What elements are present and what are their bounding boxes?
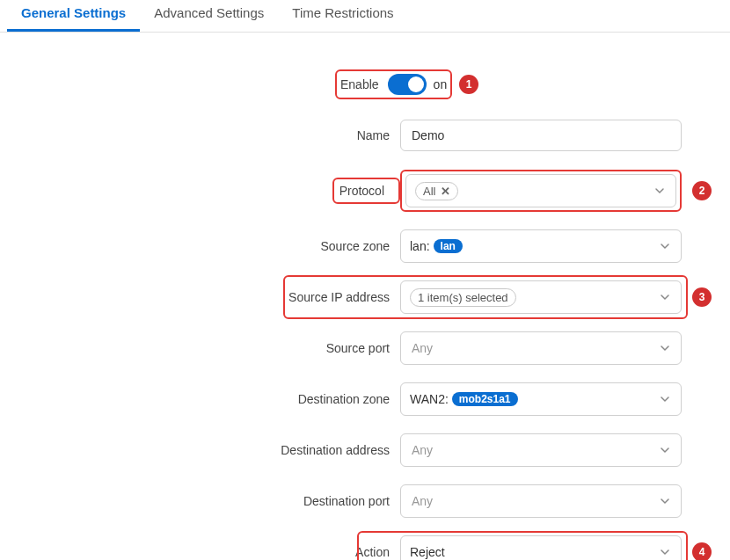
- dest-zone-prefix: WAN2:: [410, 392, 449, 406]
- chevron-down-icon: [654, 185, 665, 196]
- dest-port-placeholder: Any: [412, 494, 433, 508]
- source-ip-select[interactable]: 1 item(s) selected: [400, 280, 682, 314]
- close-icon[interactable]: ✕: [441, 185, 450, 198]
- annotation-badge-1: 1: [459, 75, 478, 94]
- chevron-down-icon: [660, 547, 670, 557]
- chevron-down-icon: [660, 343, 670, 353]
- chevron-down-icon: [660, 445, 670, 455]
- dest-zone-label: Destination zone: [0, 392, 400, 406]
- tab-general-settings[interactable]: General Settings: [7, 0, 140, 32]
- source-ip-chip-text: 1 item(s) selected: [418, 291, 508, 304]
- chevron-down-icon: [660, 394, 670, 404]
- enable-highlight: Enable on: [335, 69, 452, 99]
- source-zone-select[interactable]: lan: lan: [400, 229, 682, 263]
- dest-addr-label: Destination address: [0, 443, 400, 457]
- dest-port-select[interactable]: Any: [400, 484, 682, 518]
- source-port-label: Source port: [0, 341, 400, 355]
- tab-time-restrictions[interactable]: Time Restrictions: [278, 0, 407, 32]
- tab-advanced-settings[interactable]: Advanced Settings: [140, 0, 278, 32]
- protocol-highlight-right: All ✕: [400, 170, 682, 212]
- dest-addr-placeholder: Any: [412, 443, 433, 457]
- action-value: Reject: [410, 545, 445, 559]
- dest-zone-pill: mob2s1a1: [452, 392, 518, 406]
- enable-label: Enable: [340, 77, 388, 91]
- action-label: Action: [0, 545, 400, 559]
- annotation-badge-3: 3: [692, 287, 712, 307]
- chevron-down-icon: [660, 241, 670, 251]
- action-select[interactable]: Reject: [400, 535, 682, 560]
- source-ip-chip[interactable]: 1 item(s) selected: [410, 288, 516, 307]
- chevron-down-icon: [660, 496, 670, 506]
- source-zone-pill: lan: [434, 239, 463, 253]
- source-port-placeholder: Any: [412, 341, 433, 355]
- dest-addr-select[interactable]: Any: [400, 433, 682, 467]
- dest-port-label: Destination port: [0, 494, 400, 508]
- source-zone-prefix: lan:: [410, 239, 430, 253]
- source-ip-label: Source IP address: [0, 290, 400, 304]
- annotation-badge-4: 4: [692, 542, 712, 560]
- enable-state-text: on: [434, 77, 448, 91]
- toggle-knob: [408, 76, 424, 92]
- chevron-down-icon: [660, 292, 670, 302]
- name-input[interactable]: [400, 120, 682, 151]
- source-port-select[interactable]: Any: [400, 331, 682, 365]
- tabs: General Settings Advanced Settings Time …: [0, 0, 730, 33]
- protocol-label: Protocol: [339, 184, 393, 198]
- protocol-select[interactable]: All ✕: [405, 174, 676, 207]
- protocol-highlight-left: Protocol: [332, 178, 400, 204]
- general-settings-form: Enable on 1 Name ProtocolAll✕2 Protocol: [0, 33, 730, 560]
- dest-zone-select[interactable]: WAN2: mob2s1a1: [400, 382, 682, 416]
- annotation-badge-2: 2: [692, 181, 712, 200]
- name-label: Name: [0, 128, 400, 142]
- source-zone-label: Source zone: [0, 239, 400, 253]
- enable-toggle[interactable]: [388, 74, 427, 95]
- protocol-chip-text: All: [423, 185, 435, 198]
- protocol-chip[interactable]: All ✕: [415, 182, 458, 200]
